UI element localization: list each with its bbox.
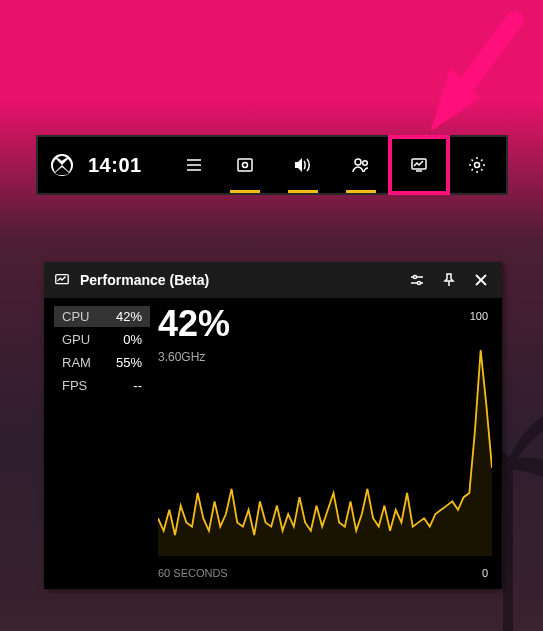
svg-point-17 bbox=[417, 281, 420, 284]
svg-point-8 bbox=[355, 159, 361, 165]
stat-label: FPS bbox=[62, 379, 87, 392]
svg-rect-6 bbox=[238, 159, 252, 171]
settings-button[interactable] bbox=[448, 137, 506, 193]
svg-point-7 bbox=[243, 163, 248, 168]
performance-header: Performance (Beta) bbox=[44, 262, 502, 298]
widgets-list-icon[interactable] bbox=[185, 156, 203, 174]
xbox-icon[interactable] bbox=[50, 153, 74, 177]
social-button[interactable] bbox=[332, 137, 390, 193]
svg-line-0 bbox=[455, 20, 515, 100]
close-button[interactable] bbox=[470, 269, 492, 291]
y-axis-min: 0 bbox=[482, 567, 488, 579]
stat-value: 42% bbox=[116, 310, 142, 323]
toolbar-left: 14:01 bbox=[38, 137, 216, 193]
stat-value: 0% bbox=[123, 333, 142, 346]
stat-label: RAM bbox=[62, 356, 91, 369]
performance-button[interactable] bbox=[390, 137, 448, 193]
options-button[interactable] bbox=[406, 269, 428, 291]
gear-icon bbox=[468, 156, 486, 174]
capture-icon bbox=[236, 156, 254, 174]
performance-widget: Performance (Beta) CPU42%GPU0%RAM55%FPS-… bbox=[44, 262, 502, 589]
stat-row-gpu[interactable]: GPU0% bbox=[54, 329, 150, 350]
performance-icon bbox=[54, 272, 70, 288]
stat-value: -- bbox=[133, 379, 142, 392]
stat-label: CPU bbox=[62, 310, 89, 323]
capture-button[interactable] bbox=[216, 137, 274, 193]
stat-value: 55% bbox=[116, 356, 142, 369]
people-icon bbox=[351, 156, 371, 174]
svg-point-16 bbox=[413, 275, 416, 278]
stat-row-ram[interactable]: RAM55% bbox=[54, 352, 150, 373]
performance-icon bbox=[410, 156, 428, 174]
stat-row-fps[interactable]: FPS-- bbox=[54, 375, 150, 396]
stat-label: GPU bbox=[62, 333, 90, 346]
selected-stat-value: 42% bbox=[158, 306, 492, 342]
svg-point-9 bbox=[363, 161, 368, 166]
svg-marker-1 bbox=[430, 68, 480, 130]
stats-list: CPU42%GPU0%RAM55%FPS-- bbox=[54, 306, 150, 579]
game-bar-toolbar: 14:01 bbox=[36, 135, 508, 195]
stat-row-cpu[interactable]: CPU42% bbox=[54, 306, 150, 327]
annotation-arrow bbox=[420, 10, 530, 130]
cpu-chart bbox=[158, 346, 492, 556]
speaker-icon bbox=[293, 156, 313, 174]
chart-area: 42% 3.60GHz 100 0 60 SECONDS bbox=[158, 306, 492, 579]
svg-point-12 bbox=[475, 163, 480, 168]
audio-button[interactable] bbox=[274, 137, 332, 193]
pin-button[interactable] bbox=[438, 269, 460, 291]
performance-title: Performance (Beta) bbox=[80, 272, 396, 288]
x-axis-label: 60 SECONDS bbox=[158, 567, 228, 579]
clock: 14:01 bbox=[88, 154, 142, 177]
y-axis-max: 100 bbox=[470, 310, 488, 322]
